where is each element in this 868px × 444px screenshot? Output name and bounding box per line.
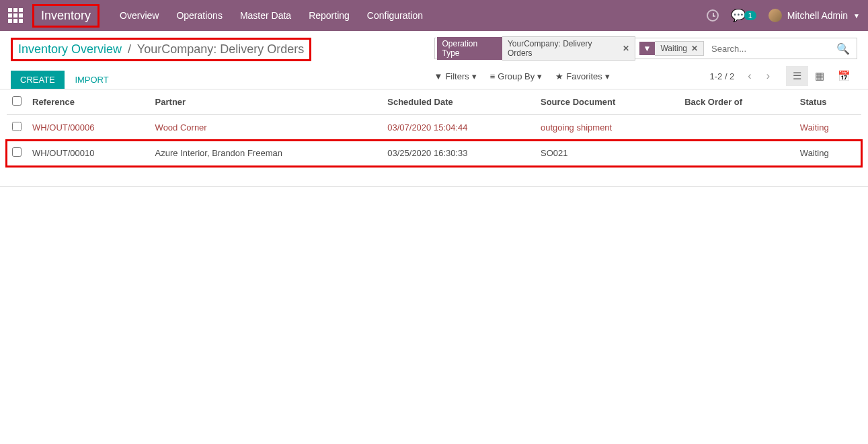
cell-partner: Wood Corner <box>150 115 383 141</box>
chevron-down-icon: ▾ <box>537 71 542 81</box>
chevron-down-icon: ▾ <box>605 71 610 81</box>
cell-backorder <box>679 141 795 166</box>
menu-operations[interactable]: Operations <box>176 10 222 21</box>
facet-label: Operation Type <box>437 37 502 60</box>
breadcrumb-separator: / <box>128 42 131 56</box>
user-name: Mitchell Admin <box>787 10 848 21</box>
menu-master-data[interactable]: Master Data <box>240 10 291 21</box>
create-button[interactable]: CREATE <box>11 71 65 89</box>
funnel-icon: ▼ <box>434 71 443 81</box>
col-reference[interactable]: Reference <box>27 89 150 115</box>
col-backorder[interactable]: Back Order of <box>679 89 795 115</box>
col-source[interactable]: Source Document <box>535 89 679 115</box>
pager-next-icon[interactable]: › <box>761 67 775 85</box>
cell-scheduled: 03/25/2020 16:30:33 <box>382 141 535 166</box>
col-status[interactable]: Status <box>795 89 861 115</box>
col-scheduled[interactable]: Scheduled Date <box>382 89 535 115</box>
search-input[interactable] <box>706 44 830 54</box>
chat-badge: 1 <box>744 11 756 20</box>
row-checkbox[interactable] <box>12 122 22 131</box>
cell-source: SO021 <box>535 141 679 166</box>
top-navbar: Inventory Overview Operations Master Dat… <box>0 0 868 31</box>
table-row[interactable]: WH/OUT/00006 Wood Corner 03/07/2020 15:0… <box>7 115 861 141</box>
app-title[interactable]: Inventory <box>32 4 100 28</box>
search-icon[interactable]: 🔍 <box>830 42 857 55</box>
table-row[interactable]: WH/OUT/00010 Azure Interior, Brandon Fre… <box>7 141 861 166</box>
calendar-view-icon[interactable]: 📅 <box>831 66 857 86</box>
filter-icon: ▼ <box>639 42 656 55</box>
avatar <box>768 9 782 22</box>
user-menu[interactable]: Mitchell Admin ▼ <box>768 9 860 22</box>
star-icon: ★ <box>555 71 563 81</box>
search-facet-waiting: ▼ Waiting ✕ <box>639 41 704 56</box>
menu-configuration[interactable]: Configuration <box>367 10 423 21</box>
col-partner[interactable]: Partner <box>150 89 383 115</box>
facet-remove-icon[interactable]: ✕ <box>623 44 629 53</box>
select-all-checkbox[interactable] <box>12 96 22 106</box>
pager-prev-icon[interactable]: ‹ <box>742 67 756 85</box>
cell-status: Waiting <box>795 115 861 141</box>
row-checkbox[interactable] <box>12 147 22 157</box>
breadcrumb-parent[interactable]: Inventory Overview <box>18 42 122 56</box>
chat-icon: 💬 <box>731 8 746 23</box>
cell-partner: Azure Interior, Brandon Freeman <box>150 141 383 166</box>
facet-value: Waiting <box>660 44 687 53</box>
import-button[interactable]: IMPORT <box>75 75 108 85</box>
groupby-button[interactable]: ≡ Group By ▾ <box>490 71 543 81</box>
footer-divider <box>0 186 868 187</box>
menu-reporting[interactable]: Reporting <box>309 10 350 21</box>
search-bar: Operation Type YourCompany: Delivery Ord… <box>434 38 858 59</box>
pager-text: 1-2 / 2 <box>709 71 734 81</box>
list-icon: ≡ <box>490 71 496 81</box>
apps-icon[interactable] <box>8 8 23 23</box>
cell-backorder <box>679 115 795 141</box>
main-menu: Overview Operations Master Data Reportin… <box>120 10 423 21</box>
menu-overview[interactable]: Overview <box>120 10 159 21</box>
filters-button[interactable]: ▼ Filters ▾ <box>434 71 477 81</box>
favorites-button[interactable]: ★ Favorites ▾ <box>555 71 609 81</box>
clock-icon[interactable] <box>707 9 719 22</box>
kanban-view-icon[interactable]: ▦ <box>808 66 831 86</box>
chevron-down-icon: ▾ <box>472 71 477 81</box>
cell-source: outgoing shipment <box>535 115 679 141</box>
cell-reference: WH/OUT/00006 <box>27 115 150 141</box>
cell-scheduled: 03/07/2020 15:04:44 <box>382 115 535 141</box>
cell-status: Waiting <box>795 141 861 166</box>
facet-value: YourCompany: Delivery Orders <box>508 39 619 58</box>
breadcrumb-current: YourCompany: Delivery Orders <box>137 42 304 56</box>
cell-reference: WH/OUT/00010 <box>27 141 150 166</box>
list-view-icon[interactable]: ☰ <box>786 66 808 86</box>
chevron-down-icon: ▼ <box>853 12 860 20</box>
search-facet-operation-type: Operation Type YourCompany: Delivery Ord… <box>437 41 635 56</box>
facet-remove-icon[interactable]: ✕ <box>691 44 698 53</box>
delivery-orders-table: Reference Partner Scheduled Date Source … <box>7 89 861 166</box>
messaging-button[interactable]: 💬 1 <box>731 8 756 23</box>
breadcrumb: Inventory Overview / YourCompany: Delive… <box>18 42 304 57</box>
